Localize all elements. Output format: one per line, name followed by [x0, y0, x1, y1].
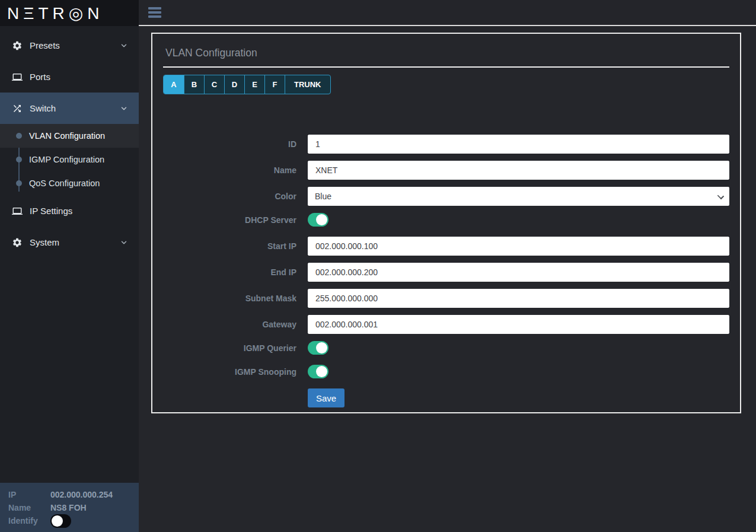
tab-trunk[interactable]: TRUNK: [285, 75, 330, 94]
device-name-value: NS8 FOH: [50, 503, 87, 512]
sidebar-item-presets[interactable]: Presets: [0, 30, 139, 61]
hamburger-menu-icon[interactable]: [148, 7, 161, 18]
color-select[interactable]: Blue: [308, 187, 729, 206]
start-ip-label: Start IP: [163, 241, 296, 251]
sidebar-item-label: IP Settings: [30, 206, 128, 216]
chevron-down-icon: [120, 104, 128, 113]
chevron-down-icon: [120, 238, 128, 247]
app-root: NΞTR◎N Presets Ports Switch: [0, 0, 756, 532]
tab-vlan-f[interactable]: F: [264, 75, 285, 94]
sidebar-item-label: System: [30, 237, 120, 247]
id-field[interactable]: [308, 135, 729, 154]
page-title: VLAN Configuration: [165, 47, 729, 59]
main-area: VLAN Configuration A B C D E F TRUNK ID: [139, 0, 756, 532]
device-identify-label: Identify: [8, 516, 50, 525]
sidebar: NΞTR◎N Presets Ports Switch: [0, 0, 139, 532]
save-button[interactable]: Save: [308, 388, 344, 407]
shuffle-icon: [12, 103, 23, 114]
submenu-item-label: QoS Configuration: [29, 179, 100, 188]
identify-toggle[interactable]: [50, 514, 71, 528]
sidebar-nav: Presets Ports Switch VLA: [0, 26, 139, 258]
chevron-down-icon: [120, 42, 128, 50]
title-divider: [163, 66, 729, 68]
form-row-gateway: Gateway: [163, 315, 729, 334]
sidebar-item-vlan-configuration[interactable]: VLAN Configuration: [0, 124, 139, 148]
tab-vlan-d[interactable]: D: [224, 75, 244, 94]
igmp-querier-toggle[interactable]: [308, 341, 328, 355]
color-select-value: Blue: [315, 192, 331, 201]
subnet-mask-field[interactable]: [308, 289, 729, 308]
form-row-start-ip: Start IP: [163, 237, 729, 256]
name-field[interactable]: [308, 161, 729, 180]
device-name-label: Name: [8, 503, 50, 512]
end-ip-label: End IP: [163, 267, 296, 277]
submenu-item-label: VLAN Configuration: [29, 131, 105, 141]
sidebar-item-ports[interactable]: Ports: [0, 61, 139, 93]
sidebar-item-qos-configuration[interactable]: QoS Configuration: [0, 171, 139, 195]
device-ip-label: IP: [8, 490, 50, 499]
monitor-icon: [12, 72, 23, 82]
bullet-icon: [16, 180, 22, 186]
chevron-down-icon: [717, 193, 724, 199]
sidebar-item-label: Presets: [30, 40, 120, 50]
color-label: Color: [163, 192, 296, 201]
sidebar-item-label: Switch: [30, 103, 120, 113]
start-ip-field[interactable]: [308, 237, 729, 256]
tab-vlan-e[interactable]: E: [244, 75, 264, 94]
vlan-tab-group: A B C D E F TRUNK: [163, 75, 331, 94]
end-ip-field[interactable]: [308, 263, 729, 282]
igmp-snooping-toggle[interactable]: [308, 365, 328, 378]
gateway-field[interactable]: [308, 315, 729, 334]
vlan-form: ID Name Color Blue: [163, 135, 729, 407]
logo-area: NΞTR◎N: [0, 0, 139, 26]
content-area: VLAN Configuration A B C D E F TRUNK ID: [139, 26, 756, 413]
form-row-igmp-snooping: IGMP Snooping: [163, 365, 729, 378]
sidebar-item-igmp-configuration[interactable]: IGMP Configuration: [0, 148, 139, 171]
subnet-mask-label: Subnet Mask: [163, 294, 296, 303]
sidebar-item-switch[interactable]: Switch: [0, 93, 139, 124]
sidebar-item-ip-settings[interactable]: IP Settings: [0, 195, 139, 227]
gateway-label: Gateway: [163, 320, 296, 329]
device-identify-row: Identify: [8, 514, 130, 527]
igmp-snooping-label: IGMP Snooping: [163, 367, 296, 377]
tab-vlan-c[interactable]: C: [204, 75, 224, 94]
tab-vlan-a[interactable]: A: [164, 75, 184, 94]
toggle-knob: [316, 214, 327, 225]
netron-logo: NΞTR◎N: [7, 4, 103, 23]
form-row-id: ID: [163, 135, 729, 154]
id-label: ID: [163, 139, 296, 149]
form-row-color: Color Blue: [163, 187, 729, 206]
monitor-icon: [12, 206, 23, 216]
form-row-subnet-mask: Subnet Mask: [163, 289, 729, 308]
device-ip-value: 002.000.000.254: [50, 490, 113, 499]
name-label: Name: [163, 165, 296, 175]
device-info-panel: IP 002.000.000.254 Name NS8 FOH Identify: [0, 483, 139, 532]
bullet-icon: [16, 133, 22, 139]
bullet-icon: [16, 157, 22, 163]
topbar: [139, 0, 756, 26]
form-row-end-ip: End IP: [163, 263, 729, 282]
gear-icon: [12, 40, 23, 51]
submenu-item-label: IGMP Configuration: [29, 155, 104, 164]
form-row-igmp-querier: IGMP Querier: [163, 341, 729, 355]
form-row-name: Name: [163, 161, 729, 180]
form-row-save: Save: [163, 388, 729, 407]
vlan-configuration-panel: VLAN Configuration A B C D E F TRUNK ID: [151, 33, 741, 413]
tab-vlan-b[interactable]: B: [184, 75, 204, 94]
toggle-knob: [316, 342, 327, 353]
sidebar-spacer: [0, 258, 139, 483]
toggle-knob: [316, 366, 327, 377]
device-name-row: Name NS8 FOH: [8, 501, 130, 514]
dhcp-server-toggle[interactable]: [308, 213, 328, 227]
form-row-dhcp-server: DHCP Server: [163, 213, 729, 227]
sidebar-item-label: Ports: [30, 72, 128, 82]
dhcp-server-label: DHCP Server: [163, 215, 296, 225]
igmp-querier-label: IGMP Querier: [163, 343, 296, 353]
switch-submenu: VLAN Configuration IGMP Configuration Qo…: [0, 124, 139, 195]
device-ip-row: IP 002.000.000.254: [8, 488, 130, 501]
toggle-knob: [52, 515, 63, 527]
gear-icon: [12, 237, 23, 248]
sidebar-item-system[interactable]: System: [0, 227, 139, 258]
